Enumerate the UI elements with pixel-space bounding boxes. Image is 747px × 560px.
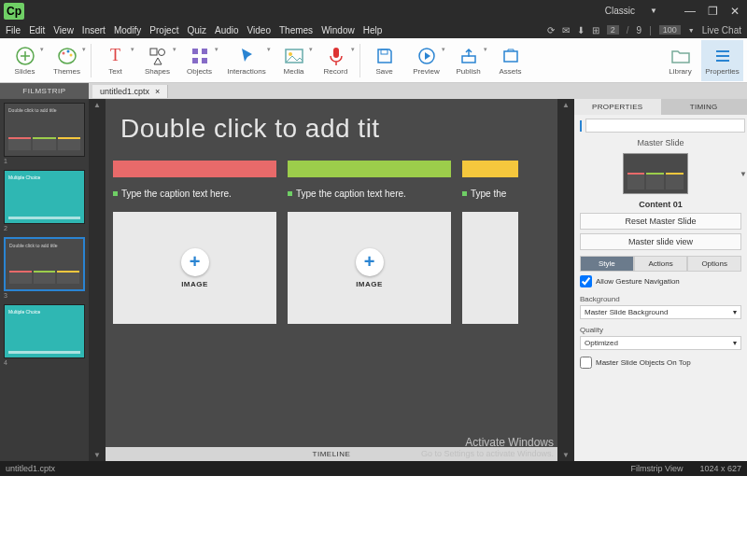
- master-slide-thumb[interactable]: [623, 153, 688, 194]
- card-1[interactable]: Type the caption text here. +IMAGE: [113, 161, 276, 324]
- menu-insert[interactable]: Insert: [82, 25, 106, 35]
- menu-themes[interactable]: Themes: [279, 25, 313, 35]
- sync-icon[interactable]: ⟳: [547, 25, 555, 35]
- objects-tool[interactable]: ▾Objects: [178, 40, 220, 81]
- properties-panel: PROPERTIES TIMING ≣ Master Slide ▼ Conte…: [574, 99, 747, 461]
- gesture-nav-checkbox[interactable]: [580, 275, 592, 287]
- reset-master-button[interactable]: Reset Master Slide: [580, 213, 741, 230]
- card-3[interactable]: Type the: [462, 161, 518, 324]
- card-2[interactable]: Type the caption text here. +IMAGE: [288, 161, 451, 324]
- thumb-number: 4: [4, 359, 85, 366]
- tab-timing[interactable]: TIMING: [661, 99, 748, 115]
- chevron-down-icon: ▾: [267, 46, 271, 53]
- mail-icon[interactable]: ✉: [562, 25, 570, 35]
- themes-tool[interactable]: ▾Themes: [46, 40, 88, 81]
- status-file: untitled1.cptx: [6, 464, 55, 473]
- close-button[interactable]: ✕: [726, 5, 743, 18]
- assets-tool[interactable]: Assets: [489, 40, 531, 81]
- shapes-tool[interactable]: ▾Shapes: [136, 40, 178, 81]
- library-tool[interactable]: Library: [659, 40, 701, 81]
- chevron-down-icon: ▾: [131, 46, 134, 53]
- arrow-up-icon[interactable]: ▲: [92, 99, 103, 111]
- slide-name-input[interactable]: [585, 119, 745, 133]
- arrow-down-icon[interactable]: ▼: [560, 449, 571, 461]
- zoom-level[interactable]: 100: [659, 25, 681, 35]
- close-icon[interactable]: ×: [155, 87, 160, 96]
- slide-current[interactable]: 2: [607, 25, 619, 35]
- media-tool[interactable]: ▾Media: [273, 40, 315, 81]
- chevron-down-icon: ▾: [351, 46, 355, 53]
- slide-icon: [580, 120, 582, 132]
- subtab-options[interactable]: Options: [687, 256, 741, 271]
- thumb-number: 1: [4, 158, 85, 164]
- arrow-up-icon[interactable]: ▲: [560, 99, 571, 111]
- workspace-selector[interactable]: Classic: [605, 6, 635, 16]
- master-slide-heading: Master Slide: [574, 136, 747, 149]
- image-placeholder-3[interactable]: [462, 212, 518, 324]
- image-placeholder-2[interactable]: +IMAGE: [288, 212, 451, 324]
- chevron-down-icon[interactable]: ▼: [688, 27, 695, 34]
- record-tool[interactable]: ▾Record: [315, 40, 357, 81]
- preview-tool[interactable]: ▾Preview: [405, 40, 447, 81]
- slides-tool[interactable]: ▾Slides: [4, 40, 46, 81]
- document-tab[interactable]: untitled1.cptx ×: [92, 85, 168, 98]
- caption-placeholder[interactable]: Type the: [462, 177, 518, 212]
- slide-title-placeholder[interactable]: Double click to add tit: [113, 106, 557, 161]
- plus-icon[interactable]: +: [181, 248, 209, 276]
- subtab-actions[interactable]: Actions: [634, 256, 688, 271]
- restore-button[interactable]: ❐: [704, 5, 721, 18]
- arrow-down-icon[interactable]: ▼: [92, 449, 103, 461]
- chevron-down-icon[interactable]: ▼: [740, 170, 747, 178]
- slide-thumb-1[interactable]: Double click to add title: [4, 103, 85, 157]
- background-label: Background: [580, 295, 620, 303]
- objects-ontop-checkbox[interactable]: [580, 357, 592, 369]
- menu-quiz[interactable]: Quiz: [187, 25, 206, 35]
- background-select[interactable]: Master Slide Background▾: [580, 305, 741, 319]
- quality-select[interactable]: Optimized▾: [580, 336, 741, 350]
- menu-file[interactable]: File: [6, 25, 21, 35]
- card-bar-yellow: [462, 161, 518, 177]
- scrollbar-left[interactable]: ▲▼: [89, 99, 106, 461]
- interactions-tool[interactable]: ▾Interactions: [220, 40, 273, 81]
- timeline-panel-collapsed[interactable]: TIMELINE: [106, 447, 557, 461]
- filmstrip-panel[interactable]: Double click to add title 1 Multiple Cho…: [0, 99, 89, 461]
- subtab-style[interactable]: Style: [580, 256, 634, 271]
- svg-rect-16: [462, 56, 475, 63]
- caption-placeholder[interactable]: Type the caption text here.: [288, 177, 451, 212]
- thumb-number: 2: [4, 225, 85, 231]
- cursor-icon: [236, 46, 257, 66]
- menubar: File Edit View Insert Modify Project Qui…: [0, 21, 747, 38]
- menu-modify[interactable]: Modify: [114, 25, 141, 35]
- canvas-area[interactable]: Double click to add tit Type the caption…: [106, 99, 557, 461]
- caption-placeholder[interactable]: Type the caption text here.: [113, 177, 276, 212]
- menu-video[interactable]: Video: [247, 25, 271, 35]
- grid-icon: [190, 46, 210, 66]
- download-icon[interactable]: ⬇: [577, 25, 585, 35]
- ribbon: ▾Slides ▾Themes T▾Text ▾Shapes ▾Objects …: [0, 38, 747, 83]
- svg-point-12: [289, 52, 292, 56]
- slide-total: 9: [637, 25, 642, 35]
- menu-project[interactable]: Project: [149, 25, 178, 35]
- plus-icon[interactable]: +: [356, 248, 384, 276]
- properties-tool[interactable]: Properties: [701, 40, 743, 81]
- slide-thumb-3[interactable]: Double click to add title: [4, 237, 85, 291]
- menu-view[interactable]: View: [53, 25, 74, 35]
- menu-edit[interactable]: Edit: [29, 25, 45, 35]
- menu-help[interactable]: Help: [363, 25, 383, 35]
- plus-circle-icon: [15, 46, 35, 66]
- image-placeholder-1[interactable]: +IMAGE: [113, 212, 276, 324]
- svg-rect-7: [192, 49, 198, 54]
- tab-properties[interactable]: PROPERTIES: [574, 99, 661, 115]
- live-chat-link[interactable]: Live Chat: [702, 25, 741, 35]
- text-tool[interactable]: T▾Text: [94, 40, 136, 81]
- slide-thumb-4[interactable]: Multiple Choice: [4, 304, 85, 358]
- menu-window[interactable]: Window: [321, 25, 355, 35]
- menu-audio[interactable]: Audio: [215, 25, 239, 35]
- minimize-button[interactable]: —: [682, 5, 698, 18]
- layout-icon[interactable]: ⊞: [592, 25, 599, 35]
- master-view-button[interactable]: Master slide view: [580, 233, 741, 250]
- save-tool[interactable]: Save: [363, 40, 405, 81]
- slide-thumb-2[interactable]: Multiple Choice: [4, 170, 85, 224]
- scrollbar-right[interactable]: ▲▼: [557, 99, 574, 461]
- publish-tool[interactable]: ▾Publish: [447, 40, 489, 81]
